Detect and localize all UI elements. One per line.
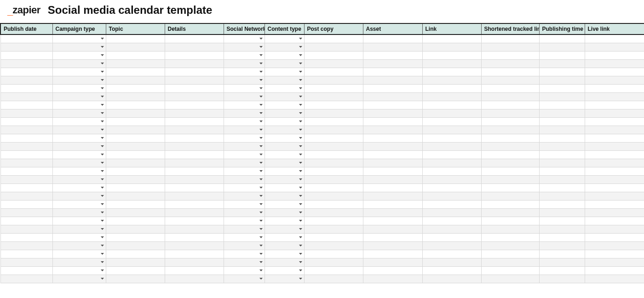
dropdown-cell[interactable]	[224, 142, 264, 150]
cell[interactable]	[0, 101, 52, 109]
cell[interactable]	[422, 258, 481, 266]
cell[interactable]	[106, 217, 165, 225]
cell[interactable]	[481, 217, 539, 225]
cell[interactable]	[539, 200, 585, 208]
dropdown-cell[interactable]	[52, 241, 106, 250]
cell[interactable]	[363, 233, 422, 241]
cell[interactable]	[363, 142, 422, 150]
dropdown-cell[interactable]	[52, 200, 106, 208]
cell[interactable]	[304, 217, 363, 225]
cell[interactable]	[422, 150, 481, 159]
cell[interactable]	[304, 126, 363, 134]
dropdown-cell[interactable]	[264, 167, 304, 175]
dropdown-cell[interactable]	[264, 142, 304, 150]
cell[interactable]	[363, 183, 422, 192]
dropdown-cell[interactable]	[224, 159, 264, 167]
cell[interactable]	[585, 117, 644, 126]
dropdown-cell[interactable]	[264, 76, 304, 84]
dropdown-cell[interactable]	[264, 134, 304, 142]
cell[interactable]	[539, 34, 585, 43]
dropdown-cell[interactable]	[224, 43, 264, 51]
cell[interactable]	[481, 233, 539, 241]
cell[interactable]	[539, 250, 585, 258]
dropdown-cell[interactable]	[52, 68, 106, 76]
col-header[interactable]: Details	[165, 23, 224, 34]
dropdown-cell[interactable]	[264, 43, 304, 51]
cell[interactable]	[165, 208, 224, 217]
cell[interactable]	[585, 134, 644, 142]
dropdown-cell[interactable]	[52, 217, 106, 225]
cell[interactable]	[422, 51, 481, 59]
cell[interactable]	[585, 175, 644, 183]
cell[interactable]	[165, 92, 224, 101]
dropdown-cell[interactable]	[52, 34, 106, 43]
cell[interactable]	[165, 134, 224, 142]
dropdown-cell[interactable]	[264, 109, 304, 117]
cell[interactable]	[304, 76, 363, 84]
dropdown-cell[interactable]	[264, 175, 304, 183]
dropdown-cell[interactable]	[264, 34, 304, 43]
dropdown-cell[interactable]	[264, 250, 304, 258]
cell[interactable]	[106, 126, 165, 134]
cell[interactable]	[0, 34, 52, 43]
cell[interactable]	[539, 59, 585, 68]
dropdown-cell[interactable]	[264, 59, 304, 68]
dropdown-cell[interactable]	[224, 117, 264, 126]
dropdown-cell[interactable]	[52, 183, 106, 192]
cell[interactable]	[422, 34, 481, 43]
dropdown-cell[interactable]	[52, 59, 106, 68]
cell[interactable]	[304, 183, 363, 192]
cell[interactable]	[422, 250, 481, 258]
cell[interactable]	[539, 68, 585, 76]
cell[interactable]	[481, 117, 539, 126]
dropdown-cell[interactable]	[264, 217, 304, 225]
cell[interactable]	[165, 159, 224, 167]
cell[interactable]	[0, 92, 52, 101]
col-header[interactable]: Asset	[363, 23, 422, 34]
cell[interactable]	[0, 109, 52, 117]
cell[interactable]	[106, 183, 165, 192]
cell[interactable]	[585, 217, 644, 225]
col-header[interactable]: Link	[422, 23, 481, 34]
cell[interactable]	[539, 109, 585, 117]
cell[interactable]	[539, 217, 585, 225]
cell[interactable]	[422, 76, 481, 84]
cell[interactable]	[106, 51, 165, 59]
cell[interactable]	[165, 126, 224, 134]
cell[interactable]	[585, 43, 644, 51]
cell[interactable]	[165, 167, 224, 175]
cell[interactable]	[165, 233, 224, 241]
cell[interactable]	[304, 241, 363, 250]
cell[interactable]	[363, 117, 422, 126]
cell[interactable]	[585, 150, 644, 159]
dropdown-cell[interactable]	[52, 142, 106, 150]
cell[interactable]	[481, 43, 539, 51]
cell[interactable]	[585, 68, 644, 76]
cell[interactable]	[0, 150, 52, 159]
cell[interactable]	[106, 250, 165, 258]
cell[interactable]	[481, 51, 539, 59]
cell[interactable]	[481, 134, 539, 142]
cell[interactable]	[0, 192, 52, 200]
cell[interactable]	[481, 34, 539, 43]
dropdown-cell[interactable]	[264, 101, 304, 109]
cell[interactable]	[304, 192, 363, 200]
dropdown-cell[interactable]	[52, 126, 106, 134]
dropdown-cell[interactable]	[264, 275, 304, 283]
cell[interactable]	[363, 250, 422, 258]
cell[interactable]	[106, 150, 165, 159]
cell[interactable]	[585, 233, 644, 241]
dropdown-cell[interactable]	[224, 241, 264, 250]
cell[interactable]	[422, 233, 481, 241]
cell[interactable]	[304, 258, 363, 266]
dropdown-cell[interactable]	[224, 250, 264, 258]
cell[interactable]	[481, 225, 539, 233]
cell[interactable]	[106, 175, 165, 183]
dropdown-cell[interactable]	[52, 51, 106, 59]
col-header[interactable]: Campaign type	[52, 23, 106, 34]
cell[interactable]	[481, 192, 539, 200]
cell[interactable]	[106, 84, 165, 92]
cell[interactable]	[363, 76, 422, 84]
cell[interactable]	[363, 208, 422, 217]
dropdown-cell[interactable]	[52, 258, 106, 266]
